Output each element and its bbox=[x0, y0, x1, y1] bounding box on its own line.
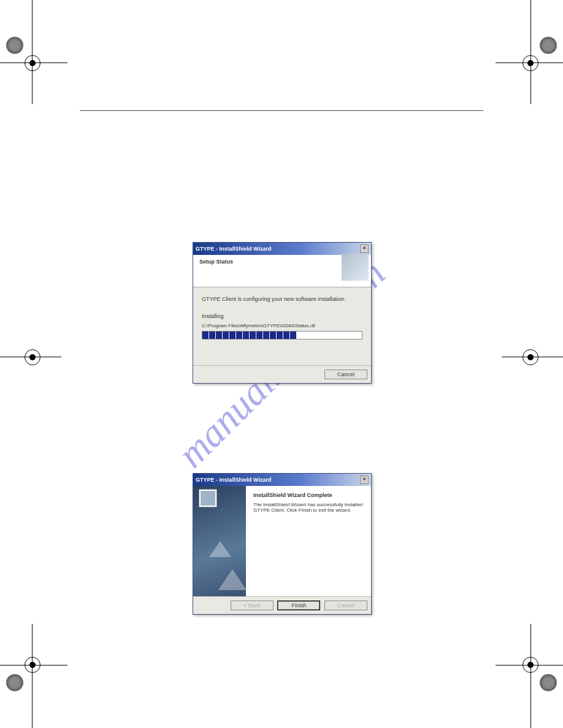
cancel-button: Cancel bbox=[324, 601, 367, 610]
crop-mark-bottom-right bbox=[520, 654, 557, 691]
monitor-icon bbox=[199, 490, 216, 507]
dialog-install-complete: GTYPE - InstallShield Wizard × InstallSh… bbox=[193, 473, 372, 615]
close-icon[interactable]: × bbox=[360, 476, 369, 484]
titlebar[interactable]: GTYPE - InstallShield Wizard × bbox=[193, 474, 371, 486]
status-text: GTYPE Client is configuring your new sof… bbox=[202, 296, 362, 302]
back-button: < Back bbox=[231, 601, 274, 610]
dialog-header: Setup Status bbox=[199, 259, 365, 265]
window-title: GTYPE - InstallShield Wizard bbox=[196, 246, 271, 252]
cancel-button[interactable]: Cancel bbox=[324, 370, 367, 379]
window-title: GTYPE - InstallShield Wizard bbox=[196, 477, 271, 483]
stage-label: Installing bbox=[202, 313, 362, 319]
titlebar[interactable]: GTYPE - InstallShield Wizard × bbox=[193, 243, 371, 255]
dialog-header: InstallShield Wizard Complete bbox=[253, 492, 364, 498]
crop-mark-mid-right bbox=[520, 349, 557, 386]
dialog-banner: Setup Status bbox=[193, 255, 371, 287]
crop-mark-top-left bbox=[6, 37, 43, 74]
crop-mark-bottom-left bbox=[6, 654, 43, 691]
page-header-rule bbox=[80, 110, 483, 111]
crop-mark-top-right bbox=[520, 37, 557, 74]
dialog-setup-status: GTYPE - InstallShield Wizard × Setup Sta… bbox=[193, 242, 372, 384]
side-graphic bbox=[193, 486, 246, 596]
close-icon[interactable]: × bbox=[360, 245, 369, 253]
crop-mark-mid-left bbox=[6, 349, 43, 386]
progress-bar bbox=[202, 331, 362, 339]
banner-graphic-icon bbox=[342, 254, 369, 281]
dialog-body-text: The InstallShield Wizard has successfull… bbox=[253, 502, 364, 513]
finish-button[interactable]: Finish bbox=[277, 601, 320, 610]
install-path: C:\Program Files\Affymetrix\GTYPE\GDASSt… bbox=[202, 323, 362, 328]
